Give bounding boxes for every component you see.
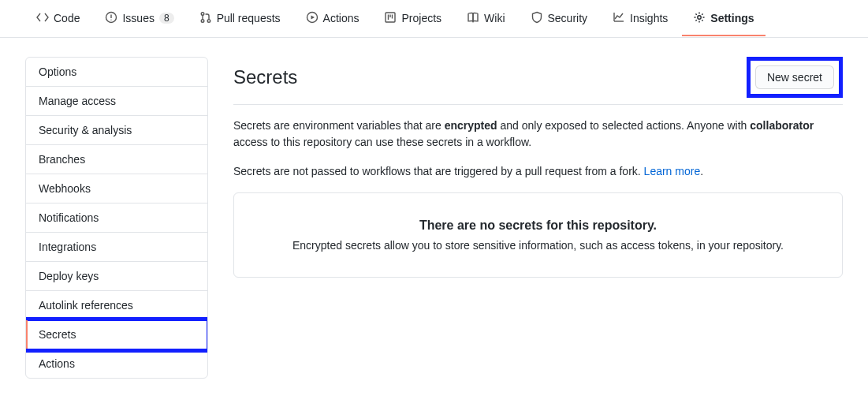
issue-icon — [105, 11, 117, 25]
highlight-box: New secret — [747, 57, 843, 98]
tab-issues[interactable]: Issues 8 — [94, 2, 184, 36]
tab-security[interactable]: Security — [520, 2, 599, 36]
svg-point-4 — [201, 19, 204, 22]
page-header: Secrets New secret — [233, 57, 843, 105]
learn-more-link[interactable]: Learn more — [644, 165, 701, 177]
svg-marker-8 — [311, 15, 315, 19]
tab-settings[interactable]: Settings — [682, 2, 765, 36]
gear-icon — [693, 11, 706, 25]
pull-request-icon — [199, 11, 212, 25]
code-icon — [36, 11, 49, 25]
tab-label: Insights — [630, 13, 668, 24]
sidebar-item-autolink-references[interactable]: Autolink references — [26, 291, 207, 320]
sidebar-item-actions[interactable]: Actions — [26, 349, 207, 378]
sidebar-item-deploy-keys[interactable]: Deploy keys — [26, 262, 207, 291]
sidebar-item-notifications[interactable]: Notifications — [26, 204, 207, 233]
repo-tabs: Code Issues 8 Pull requests Actions Proj… — [0, 0, 868, 38]
tab-insights[interactable]: Insights — [602, 2, 679, 36]
book-icon — [467, 11, 479, 25]
blankslate-subtitle: Encrypted secrets allow you to store sen… — [253, 239, 823, 252]
tab-label: Code — [54, 13, 80, 24]
svg-point-2 — [111, 19, 112, 20]
sidebar-item-secrets[interactable]: Secrets — [26, 320, 207, 349]
tab-label: Pull requests — [217, 13, 281, 24]
settings-sidebar: Options Manage access Security & analysi… — [25, 57, 208, 379]
sidebar-item-manage-access[interactable]: Manage access — [26, 87, 207, 116]
tab-projects[interactable]: Projects — [373, 2, 453, 36]
main-content: Secrets New secret Secrets are environme… — [233, 57, 843, 379]
svg-point-5 — [207, 19, 210, 22]
description-1: Secrets are environment variables that a… — [233, 118, 843, 151]
tab-label: Issues — [122, 13, 154, 24]
svg-point-3 — [201, 12, 204, 15]
tab-label: Wiki — [484, 13, 505, 24]
svg-point-13 — [698, 15, 701, 18]
tab-code[interactable]: Code — [25, 2, 91, 36]
tab-wiki[interactable]: Wiki — [456, 2, 516, 36]
new-secret-button[interactable]: New secret — [755, 65, 834, 89]
sidebar-item-webhooks[interactable]: Webhooks — [26, 174, 207, 204]
sidebar-item-integrations[interactable]: Integrations — [26, 233, 207, 262]
graph-icon — [613, 11, 625, 25]
tab-label: Security — [548, 13, 588, 24]
sidebar-item-branches[interactable]: Branches — [26, 145, 207, 174]
tab-pull-requests[interactable]: Pull requests — [188, 2, 292, 36]
page-title: Secrets — [233, 66, 297, 88]
sidebar-item-security-analysis[interactable]: Security & analysis — [26, 116, 207, 145]
play-icon — [306, 11, 319, 25]
tab-label: Projects — [401, 13, 441, 24]
tab-actions[interactable]: Actions — [295, 2, 371, 36]
blankslate: There are no secrets for this repository… — [233, 192, 843, 278]
project-icon — [384, 11, 397, 25]
tab-label: Settings — [710, 13, 754, 24]
issues-count: 8 — [159, 13, 174, 24]
tab-label: Actions — [323, 13, 359, 24]
sidebar-item-options[interactable]: Options — [26, 58, 207, 87]
shield-icon — [531, 11, 543, 25]
blankslate-title: There are no secrets for this repository… — [253, 218, 823, 233]
description-2: Secrets are not passed to workflows that… — [233, 163, 843, 180]
